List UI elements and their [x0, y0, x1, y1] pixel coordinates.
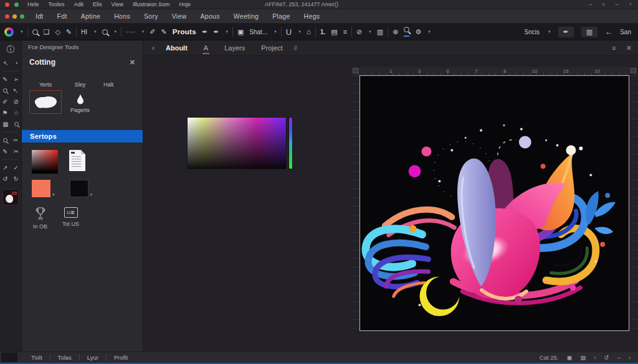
chevron-down-icon[interactable]: ▾: [52, 192, 55, 197]
zoom-traffic-light[interactable]: [20, 14, 24, 19]
attachment-icon[interactable]: ⊘: [356, 29, 362, 35]
restore-icon[interactable]: ○: [602, 1, 605, 7]
info-tool-icon[interactable]: ⓘ: [7, 44, 15, 55]
sertops-section-header[interactable]: Sertops: [22, 130, 143, 142]
slice-tool-icon[interactable]: ⊘: [14, 98, 19, 105]
preset-halt[interactable]: Halt: [103, 82, 113, 114]
select-tool-icon[interactable]: ↖: [3, 60, 8, 67]
pen-tool-icon[interactable]: ✒: [213, 29, 219, 35]
numbering-tool[interactable]: 1.: [320, 29, 325, 35]
preset-yerts[interactable]: Yerts: [29, 82, 62, 114]
pen-icon[interactable]: ✎: [161, 29, 167, 35]
zoom-tool-icon[interactable]: [3, 138, 7, 142]
menu-item[interactable]: View: [112, 1, 123, 7]
prouts-button[interactable]: Prouts: [173, 28, 196, 35]
settings-gear-icon[interactable]: ⚙: [415, 29, 421, 35]
statusbar-item[interactable]: Tolas: [50, 354, 80, 361]
document-icon[interactable]: [69, 150, 85, 171]
pie-tool-icon[interactable]: ◔: [14, 60, 18, 67]
minimize2-icon[interactable]: –: [616, 1, 619, 7]
pen-tool-icon[interactable]: ✎: [2, 76, 7, 83]
menu-item[interactable]: Hons: [114, 12, 130, 20]
sncis-dropdown[interactable]: Sncis: [525, 29, 540, 35]
shat-dropdown[interactable]: Shat...: [249, 29, 267, 35]
menu-item[interactable]: Weeting: [234, 12, 259, 20]
pen-icon[interactable]: ✎: [66, 29, 72, 35]
stack-icon[interactable]: ▣: [566, 354, 572, 361]
minimize-icon[interactable]: –: [589, 1, 592, 7]
scissors-tool-icon[interactable]: ✂: [14, 148, 19, 155]
menu-item[interactable]: Hegs: [304, 12, 320, 20]
zoom-tool-icon[interactable]: [14, 122, 19, 126]
hi-dropdown[interactable]: HI: [81, 29, 87, 35]
foreground-color-swatch[interactable]: [32, 180, 50, 197]
line-tool-icon[interactable]: ↗: [2, 164, 7, 171]
redo-icon[interactable]: ↻: [14, 175, 19, 182]
chevron-down-icon[interactable]: ▾: [90, 192, 93, 197]
menu-item[interactable]: Tooles: [49, 1, 65, 7]
shape-icon[interactable]: ◇: [55, 29, 60, 35]
menu-item[interactable]: Hoje: [179, 1, 191, 7]
back-chevron-icon[interactable]: ‹: [594, 354, 596, 361]
list-icon[interactable]: ▤: [331, 29, 337, 35]
hash-icon[interactable]: #: [293, 45, 297, 52]
export-button[interactable]: ▥: [581, 27, 598, 37]
briefcase-icon[interactable]: ▥: [377, 29, 383, 35]
close-icon[interactable]: ✕: [130, 58, 135, 67]
calligraphy-tool-icon[interactable]: ✑: [13, 137, 18, 144]
home-icon[interactable]: ⌂: [307, 28, 311, 35]
back-arrow-icon[interactable]: ←: [605, 28, 612, 35]
menu-item[interactable]: View: [172, 12, 187, 20]
grid-tool-icon[interactable]: ▦: [2, 121, 8, 128]
underline-tool[interactable]: U: [286, 27, 292, 37]
trophy-tool[interactable]: In OB: [33, 207, 47, 230]
statusbar-item[interactable]: Tiolt: [24, 354, 50, 361]
tab-a[interactable]: A: [202, 42, 209, 54]
zoom-tool-icon[interactable]: [3, 88, 7, 93]
monitor-tool[interactable]: U≣ Tot US: [62, 207, 79, 230]
menu-item[interactable]: Adit: [74, 1, 84, 7]
ruler-handle[interactable]: [631, 68, 636, 73]
tab-layers[interactable]: Layers: [223, 42, 246, 54]
flag-tool-icon[interactable]: ⚑: [2, 110, 8, 116]
background-color-swatch[interactable]: [70, 180, 88, 197]
horizontal-ruler[interactable]: 1 3 6 7 8 10 16 10: [358, 67, 630, 75]
close-traffic-light[interactable]: [5, 2, 9, 7]
close-icon[interactable]: ✕: [626, 44, 632, 52]
globe-icon[interactable]: ⊕: [393, 29, 398, 35]
search-icon[interactable]: [32, 29, 38, 35]
align-lines-icon[interactable]: ≡: [343, 29, 347, 35]
image-icon[interactable]: ▤: [580, 354, 586, 361]
zoom-tool-icon[interactable]: [102, 29, 108, 35]
menu-item[interactable]: Apous: [201, 12, 220, 20]
menu-item[interactable]: Idt: [36, 12, 44, 20]
copy-icon[interactable]: ❏: [44, 29, 50, 35]
hue-slider[interactable]: [288, 117, 293, 169]
brush-icon[interactable]: ✐: [150, 29, 155, 35]
gradient-swatch[interactable]: [32, 150, 58, 174]
check-tool-icon[interactable]: ✓: [14, 164, 19, 171]
close-traffic-light[interactable]: [5, 14, 9, 19]
panel-menu-icon[interactable]: ≡: [612, 44, 616, 52]
frame-icon[interactable]: ▣: [237, 29, 244, 35]
clock-icon[interactable]: ◔: [629, 1, 632, 7]
ruler-handle[interactable]: [353, 68, 358, 73]
menu-item[interactable]: Sory: [144, 12, 158, 20]
selected-brush-swatch[interactable]: [29, 90, 62, 114]
pen-button[interactable]: ✒: [558, 27, 574, 37]
back-chevron-icon[interactable]: ‹: [152, 44, 155, 52]
arrow-tool-icon[interactable]: ➢: [14, 76, 19, 83]
tool-preview-thumbnail[interactable]: 29: [2, 189, 19, 205]
chevron-down-icon[interactable]: ▾: [21, 29, 23, 34]
chevron-down-icon[interactable]: ▾: [226, 29, 228, 34]
zoom-traffic-light[interactable]: [14, 2, 19, 7]
canvas-artboard[interactable]: [359, 75, 629, 331]
forward-chevron-icon[interactable]: ›: [629, 354, 631, 361]
menu-item[interactable]: Fdt: [57, 12, 67, 20]
minus-icon[interactable]: –: [617, 354, 621, 361]
preset-sley[interactable]: Sley Pagerts: [70, 82, 90, 114]
undo-icon[interactable]: ↺: [604, 354, 609, 361]
select-tool-icon[interactable]: ↖: [13, 87, 18, 94]
san-button[interactable]: San: [620, 29, 631, 35]
pen-tool-icon[interactable]: ✒: [202, 29, 207, 35]
